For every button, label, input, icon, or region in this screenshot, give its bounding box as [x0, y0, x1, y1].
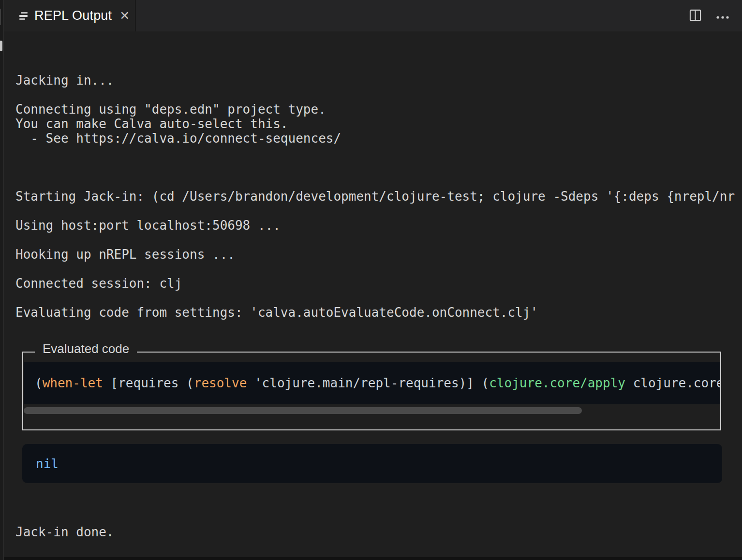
split-editor-icon[interactable] — [689, 9, 701, 21]
ellipsis-icon[interactable] — [716, 10, 729, 23]
output-line-jack-in-command: Starting Jack-in: (cd /Users/brandon/dev… — [15, 189, 742, 204]
adjacent-group-edge — [0, 0, 3, 560]
output-icon — [19, 11, 28, 21]
bottom-border-band — [0, 557, 742, 560]
output-line: - See https://calva.io/connect-sequences… — [15, 131, 742, 146]
output-line: Jacking in... — [15, 73, 742, 88]
output-line: Hooking up nREPL sessions ... — [15, 247, 742, 262]
output-line: Connecting using "deps.edn" project type… — [15, 102, 742, 117]
evaluated-code-legend: Evaluated code — [35, 340, 137, 357]
output-line: Connected session: clj — [15, 276, 742, 291]
tab-title: REPL Output — [34, 8, 112, 23]
group-divider — [3, 0, 4, 560]
close-icon[interactable]: ✕ — [119, 10, 130, 22]
output-line: You can make Calva auto-select this. — [15, 117, 742, 131]
output-line: Evaluating code from settings: 'calva.au… — [15, 305, 742, 320]
tab-repl-output[interactable]: REPL Output ✕ — [3, 0, 136, 31]
output-line: Using host:port localhost:50698 ... — [15, 218, 742, 233]
adjacent-group-clipped-content — [0, 41, 2, 51]
adjacent-group-edge-highlight — [0, 9, 1, 25]
horizontal-scrollbar-thumb[interactable] — [24, 407, 582, 414]
repl-output-pane: REPL Output ✕ Jacking in... Connecting u… — [0, 0, 742, 560]
evaluated-code-snippet: (when-let [requires (resolve 'clojure.ma… — [24, 362, 720, 404]
output-line-jack-in-done: Jack-in done. — [15, 525, 742, 539]
editor-tab-bar: REPL Output ✕ — [0, 0, 742, 31]
result-value: nil — [36, 457, 59, 471]
result-box: nil — [22, 444, 722, 483]
